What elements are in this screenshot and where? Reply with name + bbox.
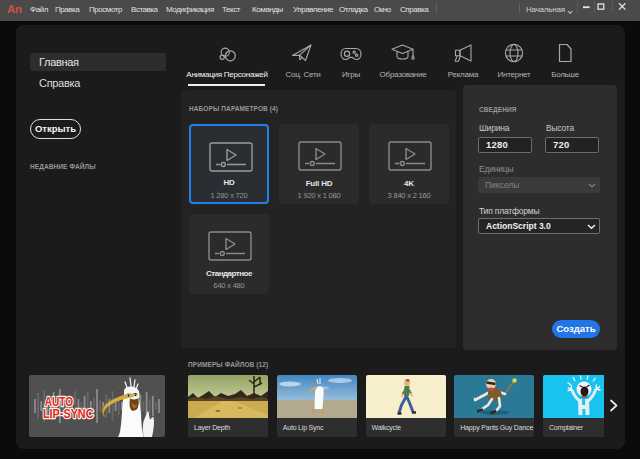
svg-text:LIP-SYNC: LIP-SYNC — [43, 407, 94, 421]
